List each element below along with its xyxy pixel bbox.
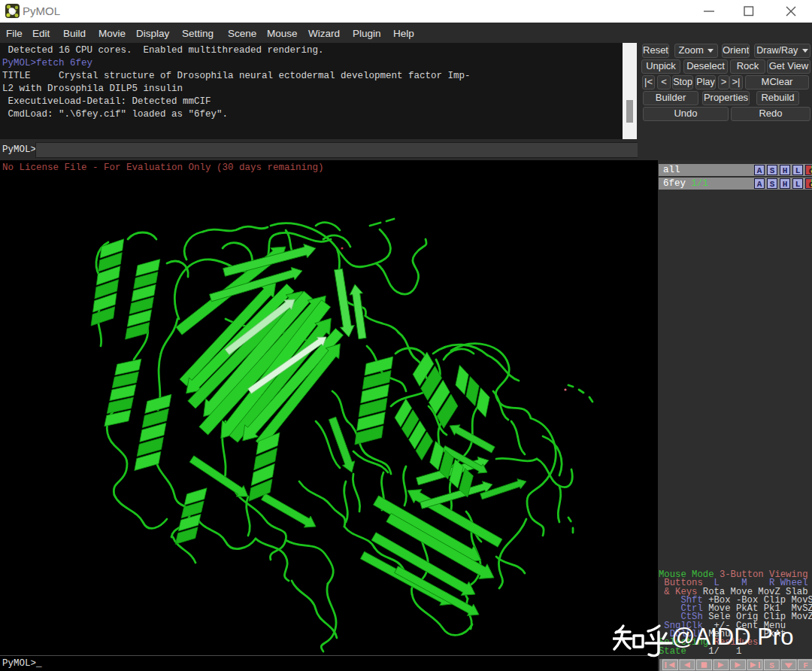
svg-text:F: F	[803, 661, 808, 670]
svg-text:C: C	[809, 167, 812, 175]
svg-text:S: S	[769, 661, 774, 670]
svg-text:C: C	[809, 181, 812, 189]
